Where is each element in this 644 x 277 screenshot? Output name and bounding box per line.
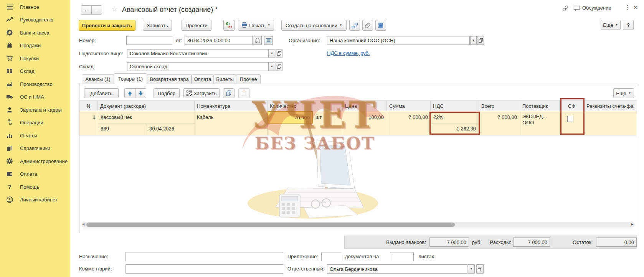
responsible-dropdown-button[interactable]: ▼ — [468, 264, 475, 274]
person-open-button[interactable] — [276, 49, 282, 58]
column-header-supplier[interactable]: Поставщик — [520, 101, 560, 111]
tab-returnable-packaging[interactable]: Возвратная тара — [147, 74, 192, 84]
print-button[interactable]: Печать▼ — [238, 20, 274, 31]
related-documents-button[interactable] — [349, 20, 360, 31]
list-icon — [266, 38, 271, 43]
document-list-button[interactable] — [264, 36, 273, 45]
sidebar-item-references[interactable]: Справочники — [0, 143, 70, 153]
sidebar-item-fixed-assets[interactable]: ОС и НМА — [0, 91, 70, 102]
sidebar-item-help[interactable]: ? Помощь — [0, 181, 70, 192]
calendar-button[interactable] — [253, 36, 262, 45]
sidebar-item-warehouse[interactable]: Склад — [0, 66, 70, 76]
sidebar-item-purchases[interactable]: Покупки — [0, 53, 70, 64]
add-row-button[interactable]: Добавить — [84, 88, 119, 98]
attachment-docs-input[interactable] — [321, 252, 341, 261]
tab-payment[interactable]: Оплата — [192, 74, 214, 84]
cell-document-date[interactable]: 30.04.2026 — [149, 126, 174, 132]
move-row-down-button[interactable] — [135, 88, 146, 98]
tab-tickets[interactable]: Билеты — [214, 74, 236, 84]
cart-icon — [6, 55, 13, 62]
sidebar-item-main[interactable]: Главное — [0, 2, 70, 12]
column-header-n[interactable]: N — [79, 101, 98, 111]
table-more-button[interactable]: Еще▼ — [613, 88, 634, 98]
column-header-sum[interactable]: Сумма — [387, 101, 431, 111]
kebab-menu-icon[interactable]: ⋮ — [624, 4, 630, 11]
favorite-star-icon[interactable]: ☆ — [111, 5, 118, 13]
responsible-open-button[interactable] — [476, 264, 484, 274]
cell-supplier-line1[interactable]: ЭКСПЕД... — [522, 114, 547, 119]
move-row-up-button[interactable] — [124, 88, 135, 98]
column-header-price[interactable]: Цена — [343, 101, 387, 111]
sidebar-item-account[interactable]: Личный кабинет — [0, 194, 70, 205]
post-and-close-button[interactable]: Провести и закрыть — [79, 20, 135, 31]
stacked-list-icon — [378, 23, 383, 28]
sheets-label: листах — [418, 254, 434, 259]
cell-supplier-line2[interactable]: ООО — [522, 120, 534, 125]
discussion-bubble-icon[interactable] — [573, 5, 580, 12]
cell-document[interactable]: Кассовый чек — [101, 114, 132, 120]
nav-back-button[interactable]: ← — [81, 5, 92, 15]
column-header-total[interactable]: Всего — [479, 101, 520, 111]
paste-rows-button[interactable] — [238, 88, 250, 98]
sidebar-item-hr[interactable]: Зарплата и кадры — [0, 104, 70, 115]
copy-rows-button[interactable] — [223, 88, 234, 98]
discussion-label[interactable]: Обсуждение — [582, 5, 611, 11]
person-dropdown-button[interactable]: ▼ — [269, 49, 275, 58]
organization-dropdown-button[interactable]: ▼ — [470, 36, 477, 45]
tab-advances[interactable]: Авансы (1) — [82, 74, 114, 84]
attachments-button[interactable] — [362, 20, 373, 31]
cell-document-number[interactable]: 889 — [101, 126, 109, 132]
column-header-document[interactable]: Документ (расхода) — [98, 101, 195, 111]
vat-mode-link[interactable]: НДС в сумме, руб. — [327, 50, 370, 56]
tab-other[interactable]: Прочее — [236, 74, 261, 84]
sidebar-item-reports[interactable]: Отчеты — [0, 130, 70, 141]
load-button[interactable]: Загрузить — [183, 88, 220, 98]
pick-button[interactable]: Подбор — [154, 88, 180, 98]
comment-input[interactable] — [125, 264, 283, 274]
sidebar-item-sales[interactable]: Продажи — [0, 40, 70, 51]
cell-price[interactable]: 100,00 — [345, 114, 384, 120]
post-button[interactable]: Провести — [182, 20, 211, 31]
column-header-invoice-details[interactable]: Реквизиты счета-фа — [584, 101, 637, 111]
number-label: Номер: — [79, 38, 96, 43]
cell-total[interactable]: 7 000,00 — [478, 114, 517, 120]
tab-goods[interactable]: Товары (1) — [114, 73, 147, 84]
dt-kt-postings-button[interactable]: Дт Кт — [223, 20, 235, 31]
close-icon[interactable]: ✕ — [633, 4, 638, 11]
column-header-quantity[interactable]: Количество — [268, 101, 343, 111]
help-button[interactable]: ? — [623, 20, 634, 30]
sidebar-item-bank-cash[interactable]: ₽ Банк и касса — [0, 27, 70, 38]
register-records-button[interactable] — [375, 20, 386, 31]
get-link-icon[interactable] — [562, 5, 569, 13]
sidebar-item-manager[interactable]: Руководителю — [0, 14, 70, 25]
sidebar-item-operations[interactable]: ДтКт Операции — [0, 117, 70, 128]
sidebar-item-administration[interactable]: Администрирование — [0, 156, 70, 167]
date-input[interactable]: 30.04.2026 0:00:00 — [185, 36, 253, 45]
column-header-nomenclature[interactable]: Номенклатура — [195, 101, 268, 111]
create-based-on-button[interactable]: Создать на основании▼ — [281, 20, 347, 31]
responsible-field[interactable]: Ольга Бердечникова — [327, 264, 467, 274]
scrollbar-thumb[interactable] — [86, 223, 455, 227]
cell-row-number[interactable]: 1 — [79, 114, 96, 120]
number-input[interactable] — [126, 36, 172, 45]
scroll-left-arrow-icon[interactable]: ◀ — [82, 223, 84, 226]
cell-sum[interactable]: 7 000,00 — [390, 114, 428, 120]
column-header-vat[interactable]: НДС — [431, 101, 479, 111]
scroll-right-arrow-icon[interactable]: ▶ — [631, 223, 633, 226]
attachment-sheets-input[interactable] — [390, 252, 414, 261]
cell-nomenclature[interactable]: Кабель — [197, 114, 213, 120]
cell-unit[interactable]: шт — [315, 114, 322, 120]
form-more-button[interactable]: Еще▼ — [601, 20, 621, 30]
warehouse-field[interactable]: Основной склад — [127, 62, 269, 71]
warehouse-open-button[interactable] — [276, 62, 282, 71]
purpose-input[interactable] — [125, 252, 283, 261]
save-button[interactable]: Записать — [143, 20, 172, 31]
organization-field[interactable]: Наша компания ООО (ОСН) — [327, 36, 470, 45]
organization-open-button[interactable] — [477, 36, 484, 45]
sidebar-item-payment[interactable]: Оплата — [0, 168, 70, 179]
warehouse-dropdown-button[interactable]: ▼ — [269, 62, 275, 71]
accountable-person-field[interactable]: Соколов Михаил Константинович — [127, 49, 269, 58]
sidebar-item-production[interactable]: Производство — [0, 79, 70, 89]
nav-forward-button[interactable]: → — [91, 5, 102, 15]
cell-quantity-selected[interactable]: 70,000 — [268, 111, 313, 124]
